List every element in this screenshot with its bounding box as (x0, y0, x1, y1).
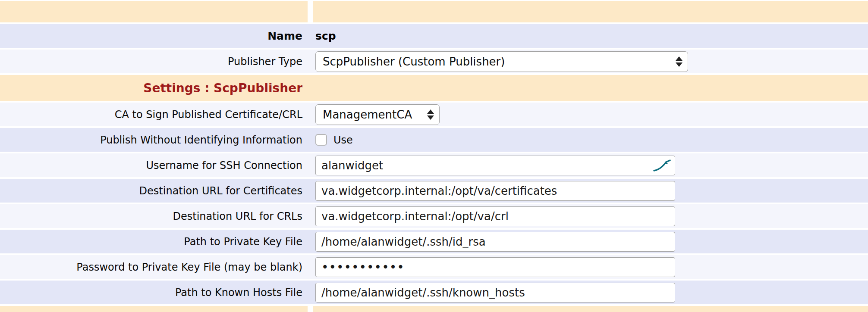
row-crl-url: Destination URL for CRLs (0, 204, 868, 228)
select-stepper-icon (668, 56, 682, 67)
ca-selected-value: ManagementCA (323, 108, 412, 121)
row-ca: CA to Sign Published Certificate/CRL Man… (0, 103, 868, 126)
name-label: Name (0, 30, 308, 42)
row-knownhosts-path: Path to Known Hosts File (0, 281, 868, 304)
column-gap (308, 306, 313, 312)
row-cert-url: Destination URL for Certificates (0, 179, 868, 203)
crl-url-input[interactable] (315, 206, 675, 226)
use-checkbox[interactable] (315, 134, 327, 146)
cert-url-label: Destination URL for Certificates (0, 185, 308, 197)
crl-url-label: Destination URL for CRLs (0, 210, 308, 222)
select-stepper-icon (419, 109, 434, 120)
table-top-band-left-cell (0, 1, 308, 22)
settings-heading: Settings : ScpPublisher (0, 81, 308, 95)
table-top-band (0, 1, 868, 22)
row-privkey-path: Path to Private Key File (0, 230, 868, 253)
row-name: Name scp (0, 24, 868, 48)
cert-url-input[interactable] (315, 181, 675, 201)
row-username: Username for SSH Connection (0, 153, 868, 177)
ca-label: CA to Sign Published Certificate/CRL (0, 109, 308, 121)
dashlane-autofill-icon[interactable] (653, 159, 671, 172)
name-value: scp (315, 30, 336, 42)
knownhosts-label: Path to Known Hosts File (0, 287, 308, 299)
privkey-path-input[interactable] (315, 232, 675, 252)
row-privkey-password: Password to Private Key File (may be bla… (0, 255, 868, 279)
ca-select[interactable]: ManagementCA (315, 104, 440, 125)
privkey-password-input[interactable] (315, 257, 675, 277)
publisher-edit-form: Name scp Publisher Type ScpPublisher (Cu… (0, 0, 868, 312)
publisher-type-label: Publisher Type (0, 56, 308, 68)
row-anonymize: Publish Without Identifying Information … (0, 128, 868, 152)
anonymize-label: Publish Without Identifying Information (0, 134, 308, 146)
table-top-band-right-cell (313, 1, 868, 22)
settings-heading-band: Settings : ScpPublisher (0, 75, 868, 101)
use-checkbox-label: Use (333, 134, 353, 146)
table-bottom-band-right-cell (313, 306, 868, 312)
table-bottom-band (0, 306, 868, 312)
table-bottom-band-left-cell (0, 306, 308, 312)
row-publisher-type: Publisher Type ScpPublisher (Custom Publ… (0, 50, 868, 73)
column-gap (308, 1, 313, 22)
publisher-type-selected-value: ScpPublisher (Custom Publisher) (323, 55, 505, 68)
publisher-type-select[interactable]: ScpPublisher (Custom Publisher) (315, 51, 688, 72)
privkey-label: Path to Private Key File (0, 236, 308, 248)
password-label: Password to Private Key File (may be bla… (0, 261, 308, 273)
username-label: Username for SSH Connection (0, 159, 308, 172)
username-input[interactable] (315, 156, 675, 175)
knownhosts-path-input[interactable] (315, 283, 675, 303)
